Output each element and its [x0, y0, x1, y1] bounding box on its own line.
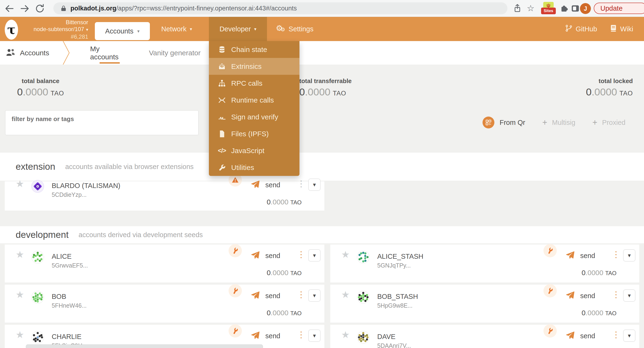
account-address: 5GrwvaEF5...: [52, 262, 88, 269]
favorite-star-icon[interactable]: ★: [16, 290, 24, 299]
users-icon: [6, 48, 15, 58]
send-button[interactable]: send: [251, 291, 280, 301]
share-icon[interactable]: [513, 4, 522, 13]
wrench-badge-icon: [544, 324, 557, 337]
nav-network-button[interactable]: Network▾: [155, 17, 198, 41]
side-panel-icon[interactable]: [570, 4, 580, 13]
account-identicon[interactable]: [31, 251, 44, 263]
favorite-star-icon[interactable]: ★: [16, 250, 24, 259]
menu-item-extrinsics[interactable]: Extrinsics: [209, 58, 300, 75]
send-plane-icon: [251, 291, 260, 301]
section-header-development: development accounts derived via develop…: [0, 226, 644, 243]
send-button[interactable]: send: [566, 331, 595, 341]
account-card: ★BOB_STASH5HpG9w8E...send⋮▾0.0000TAO: [330, 285, 639, 323]
filter-input[interactable]: filter by name or tags: [5, 110, 199, 135]
menu-item-sign-and-verify[interactable]: Sign and verify: [209, 108, 300, 125]
tab-my-accounts[interactable]: My accounts: [90, 41, 129, 65]
expand-button[interactable]: ▾: [308, 289, 320, 302]
account-menu-dots-icon[interactable]: ⋮: [297, 250, 304, 259]
breadcrumb-label: Accounts: [20, 49, 49, 57]
filter-input-label: filter by name or tags: [12, 115, 192, 123]
qr-icon[interactable]: [482, 117, 494, 128]
expand-button[interactable]: ▾: [623, 289, 636, 302]
menu-item-javascript[interactable]: </>JavaScript: [209, 142, 300, 159]
favorite-star-icon[interactable]: ★: [341, 250, 350, 259]
add-multisig-button[interactable]: + Multisig: [542, 117, 575, 127]
account-menu-dots-icon[interactable]: ⋮: [297, 180, 304, 188]
favorite-star-icon[interactable]: ★: [341, 330, 350, 339]
nav-accounts-button[interactable]: Accounts ▾: [95, 22, 150, 40]
address-bar[interactable]: polkadot.js.org/apps/?rpc=wss://entrypoi…: [53, 2, 508, 14]
account-identicon[interactable]: [31, 180, 44, 193]
expand-button[interactable]: ▾: [623, 329, 636, 342]
stat-total-balance: total balance 0.0000TAO: [17, 77, 64, 98]
browser-reload-button[interactable]: [34, 3, 45, 14]
extensions-puzzle-icon[interactable]: [559, 4, 568, 13]
sitemap-icon: [217, 79, 227, 88]
account-identicon[interactable]: [357, 331, 370, 344]
send-button[interactable]: send: [251, 251, 280, 261]
wrench-icon: [217, 163, 227, 172]
code-icon: </>: [217, 146, 227, 155]
favorite-star-icon[interactable]: ★: [16, 330, 24, 339]
favorite-star-icon[interactable]: ★: [16, 179, 24, 189]
browser-update-button[interactable]: Update: [594, 3, 644, 14]
favorite-star-icon[interactable]: ★: [341, 290, 350, 299]
menu-item-utilities[interactable]: Utilities: [209, 159, 300, 176]
chain-selector[interactable]: Bittensor node-subtensor/107▾ #6,281: [21, 19, 88, 40]
chain-name: Bittensor: [21, 19, 88, 26]
url-path: /apps/?rpc=wss://entrypoint-finney.opent…: [116, 5, 297, 12]
bookmark-star-icon[interactable]: ☆: [526, 4, 536, 13]
expand-button[interactable]: ▾: [308, 329, 320, 342]
page-tabbar: Accounts My accounts Vanity generator: [0, 41, 644, 65]
top-navbar: τ Bittensor node-subtensor/107▾ #6,281 A…: [0, 17, 644, 41]
browser-profile-avatar[interactable]: J: [580, 3, 591, 14]
add-proxied-button[interactable]: + Proxied: [592, 117, 625, 127]
browser-forward-button[interactable]: [20, 3, 30, 14]
file-icon: [217, 130, 227, 138]
account-menu-dots-icon[interactable]: ⋮: [297, 330, 304, 339]
nav-developer-button[interactable]: Developer▾: [209, 17, 267, 41]
menu-item-runtime-calls[interactable]: Runtime calls: [209, 92, 300, 108]
nav-github-link[interactable]: GitHub: [562, 17, 600, 41]
account-identicon[interactable]: [357, 291, 370, 304]
account-name: BOB: [52, 293, 66, 300]
account-address: 5FHneW46...: [52, 302, 86, 309]
account-identicon[interactable]: [31, 291, 44, 304]
send-plane-icon: [566, 251, 574, 261]
send-button[interactable]: send: [566, 251, 595, 261]
from-qr-button[interactable]: From Qr: [500, 119, 525, 126]
chevron-down-icon: ▾: [137, 29, 140, 34]
account-name: BLARDO (TALISMAN): [52, 182, 120, 190]
account-actions-row: From Qr + Multisig + Proxied: [482, 116, 626, 129]
send-button[interactable]: send: [251, 180, 280, 190]
menu-item-rpc-calls[interactable]: RPC calls: [209, 75, 300, 92]
expand-button[interactable]: ▾: [623, 249, 636, 262]
account-menu-dots-icon[interactable]: ⋮: [297, 290, 304, 299]
account-identicon[interactable]: [31, 331, 44, 344]
sites-extension-badge: Sites: [541, 8, 556, 14]
menu-item-files-ipfs[interactable]: Files (IPFS): [209, 125, 300, 142]
menu-item-chain-state[interactable]: Chain state: [209, 41, 300, 58]
nav-wiki-link[interactable]: Wiki: [607, 17, 636, 41]
browser-back-button[interactable]: [4, 3, 15, 14]
account-menu-dots-icon[interactable]: ⋮: [612, 330, 619, 339]
account-identicon[interactable]: [357, 251, 370, 263]
account-address: 5GNJqTPy...: [377, 262, 411, 269]
send-plane-icon: [251, 251, 260, 261]
tab-vanity-generator[interactable]: Vanity generator: [149, 41, 200, 65]
active-tab-underline: [100, 62, 120, 64]
chevron-down-icon: ▾: [313, 292, 316, 299]
envelope-icon: [217, 62, 227, 71]
tau-glyph: τ: [7, 24, 16, 36]
send-button[interactable]: send: [566, 291, 595, 301]
sites-extension-icon[interactable]: ψ Sites: [541, 2, 556, 15]
account-menu-dots-icon[interactable]: ⋮: [612, 290, 619, 299]
send-button[interactable]: send: [251, 331, 280, 341]
lock-icon[interactable]: [60, 5, 67, 12]
expand-button[interactable]: ▾: [308, 179, 320, 191]
node-name: node-subtensor/107: [34, 26, 84, 32]
nav-settings-button[interactable]: ⚙⚙ Settings: [272, 17, 318, 41]
account-menu-dots-icon[interactable]: ⋮: [612, 250, 619, 259]
expand-button[interactable]: ▾: [308, 249, 320, 262]
